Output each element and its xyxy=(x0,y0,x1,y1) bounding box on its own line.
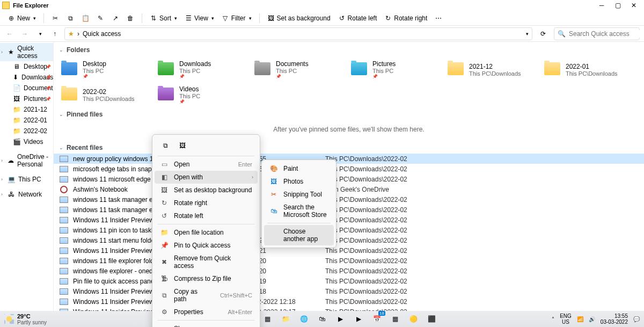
file-row[interactable]: Windows 11 Insider Preview Build 22557 -… xyxy=(54,286,644,296)
app-taskbar-3[interactable]: 📅18 xyxy=(369,312,384,326)
volume-icon[interactable]: 🔊 xyxy=(589,316,595,322)
file-row[interactable]: windows 11 task manager efficiency modeT… xyxy=(54,194,644,205)
app-taskbar-4[interactable]: ▦ xyxy=(387,312,402,326)
ctx-pin-quick-access[interactable]: 📌Pin to Quick access xyxy=(155,239,258,252)
ctx-show-more[interactable]: ⊞Show more optionsShift+F10 xyxy=(155,322,258,327)
folders-section-header[interactable]: ⌄ Folders xyxy=(54,44,644,56)
share-button[interactable]: ↗ xyxy=(108,13,122,24)
openwith-choose[interactable]: Choose another app xyxy=(264,225,334,245)
store-taskbar[interactable]: 🛍 xyxy=(314,312,330,326)
sidebar-item-2021-12[interactable]: 📁2021-12 xyxy=(0,104,53,115)
back-button[interactable]: ← xyxy=(4,28,15,39)
up-button[interactable]: ↑ xyxy=(49,28,60,39)
folder-card-2022-01[interactable]: 2022-01This PC\Downloads xyxy=(542,58,628,81)
sidebar-item-this-pc[interactable]: ›💻This PC xyxy=(0,174,53,185)
more-button[interactable]: ⋯ xyxy=(431,13,445,24)
rotate-left-button[interactable]: ↺Rotate left xyxy=(335,13,380,24)
sidebar-item-pictures[interactable]: 🖼Pictures📌 xyxy=(0,93,53,104)
wifi-icon[interactable]: 📶 xyxy=(577,316,583,322)
app-taskbar-5[interactable]: ⬛ xyxy=(424,312,439,326)
paste-button[interactable]: 📋 xyxy=(78,13,92,24)
filter-button[interactable]: ▽Filter▾ xyxy=(218,13,255,24)
file-row[interactable]: windows 11 pin icon to taskbarThis PC\Do… xyxy=(54,225,644,235)
ctx-share-button[interactable]: 🖼 xyxy=(176,139,189,152)
cut-button[interactable]: ✂ xyxy=(48,13,62,24)
address-bar[interactable]: ★ › Quick access ▾ xyxy=(64,27,532,40)
new-button[interactable]: ⊕New▾ xyxy=(4,13,39,24)
notifications-button[interactable]: 💬 xyxy=(633,316,640,322)
clock[interactable]: 13:55 03-03-2022 xyxy=(601,313,628,325)
file-row[interactable]: microsoft edge tabs in snap assist2 13:5… xyxy=(54,164,644,174)
view-button[interactable]: ☰View▾ xyxy=(181,13,217,24)
delete-button[interactable]: 🗑 xyxy=(123,13,137,24)
sidebar-item-network[interactable]: ›🖧Network xyxy=(0,189,53,200)
file-row[interactable]: windows 11 microsoft edge tabs snapThis … xyxy=(54,174,644,184)
folder-card-2022-02[interactable]: 2022-02This PC\Downloads xyxy=(59,83,145,106)
folder-card-desktop[interactable]: DesktopThis PC📌 xyxy=(59,58,145,81)
sidebar-item-2022-01[interactable]: 📁2022-01 xyxy=(0,115,53,126)
file-row[interactable]: Windows 11 Insider Preview Build 22557Th… xyxy=(54,215,644,225)
search-input[interactable] xyxy=(569,30,644,38)
weather-widget[interactable]: 29°C Partly sunny xyxy=(4,313,47,325)
sidebar-item-videos[interactable]: 🎬Videos xyxy=(0,136,53,147)
file-row[interactable]: Pin file to quick access panel2 12:19Thi… xyxy=(54,276,644,286)
file-row[interactable]: new group policy windows 11 update notif… xyxy=(54,154,644,164)
ctx-copy-path[interactable]: ⧉Copy as pathCtrl+Shift+C xyxy=(155,285,258,306)
folder-card-downloads[interactable]: DownloadsThis PC📌 xyxy=(156,58,241,81)
ctx-open[interactable]: ▭OpenEnter xyxy=(155,158,258,171)
file-row[interactable]: windows 11 file explorer folder preview2… xyxy=(54,256,644,266)
edge-taskbar[interactable]: 🌐 xyxy=(296,312,311,326)
folder-card-pictures[interactable]: PicturesThis PC📌 xyxy=(349,58,435,81)
chrome-taskbar[interactable]: 🟡 xyxy=(406,312,421,326)
sidebar-item-2022-02[interactable]: 📁2022-02 xyxy=(0,126,53,136)
ctx-compress-zip[interactable]: 🗜Compress to Zip file xyxy=(155,272,258,285)
openwith-photos[interactable]: 🖼Photos xyxy=(264,175,334,188)
ctx-set-desktop-bg[interactable]: 🖼Set as desktop background xyxy=(155,184,258,197)
file-row[interactable]: windows 11 start menu folders2 12:21This… xyxy=(54,235,644,245)
file-row[interactable]: Ashwin's Notebookhwin Geek's OneDrive xyxy=(54,184,644,194)
folder-card-2021-12[interactable]: 2021-12This PC\Downloads xyxy=(445,58,531,81)
copy-button[interactable]: ⧉ xyxy=(63,13,77,24)
ctx-remove-quick-access[interactable]: ✖Remove from Quick access xyxy=(155,252,258,272)
openwith-snipping[interactable]: ✂Snipping Tool xyxy=(264,188,334,201)
rename-button[interactable]: ✎ xyxy=(93,13,107,24)
sort-button[interactable]: ⇅Sort▾ xyxy=(147,13,180,24)
set-bg-button[interactable]: 🖼Set as background xyxy=(264,13,334,24)
app-taskbar-1[interactable]: ▶ xyxy=(333,312,348,326)
sidebar-item-desktop[interactable]: 🖥Desktop📌 xyxy=(0,61,53,72)
ctx-open-location[interactable]: 📁Open file location xyxy=(155,226,258,239)
openwith-store[interactable]: 🛍Search the Microsoft Store xyxy=(264,201,334,221)
ctx-copy-button[interactable]: ⧉ xyxy=(159,139,172,152)
ctx-rotate-right[interactable]: ↻Rotate right xyxy=(155,197,258,209)
rotate-right-button[interactable]: ↻Rotate right xyxy=(381,13,430,24)
ctx-rotate-left[interactable]: ↺Rotate left xyxy=(155,209,258,222)
sidebar-item-downloads[interactable]: ⬇Downloads📌 xyxy=(0,72,53,83)
openwith-paint[interactable]: 🎨Paint xyxy=(264,162,334,175)
close-button[interactable]: ✕ xyxy=(626,0,642,11)
pinned-section-header[interactable]: ⌄ Pinned files xyxy=(54,108,644,120)
minimize-button[interactable]: ─ xyxy=(594,0,610,11)
file-row[interactable]: Windows 11 Insider Preview Build 22557 -… xyxy=(54,296,644,307)
file-row[interactable]: windows 11 task manager efficiency modeT… xyxy=(54,205,644,215)
forward-button[interactable]: → xyxy=(19,28,30,39)
ctx-properties[interactable]: ⚙PropertiesAlt+Enter xyxy=(155,306,258,318)
widgets-button[interactable]: ▦ xyxy=(260,312,275,326)
tray-chevron[interactable]: ˄ xyxy=(552,316,554,322)
app-taskbar-2[interactable]: ▶ xyxy=(351,312,366,326)
folder-card-documents[interactable]: DocumentsThis PC📌 xyxy=(252,58,338,81)
sidebar-item-onedrive-personal[interactable]: ›☁OneDrive - Personal xyxy=(0,151,53,170)
recent-locations-button[interactable]: ▾ xyxy=(34,28,45,39)
file-row[interactable]: windows file explorer - onedrive storage… xyxy=(54,266,644,276)
refresh-button[interactable]: ⟳ xyxy=(537,27,550,40)
search-box[interactable]: 🔍 xyxy=(554,27,640,40)
file-row[interactable]: Windows 11 Insider Preview Build 225572 … xyxy=(54,245,644,256)
caret-icon[interactable]: ▾ xyxy=(526,31,529,37)
recent-section-header[interactable]: ⌄ Recent files xyxy=(54,142,644,154)
file-explorer-taskbar[interactable]: 📁 xyxy=(278,312,293,326)
sidebar-item-quick-access[interactable]: ›★Quick access xyxy=(0,43,53,61)
maximize-button[interactable]: ▢ xyxy=(610,0,626,11)
language-indicator[interactable]: ENG US xyxy=(560,313,572,325)
ctx-open-with[interactable]: ◧Open with› xyxy=(155,171,258,184)
folder-card-videos[interactable]: VideosThis PC📌 xyxy=(156,83,241,106)
sidebar-item-documents[interactable]: 📄Documents📌 xyxy=(0,83,53,93)
